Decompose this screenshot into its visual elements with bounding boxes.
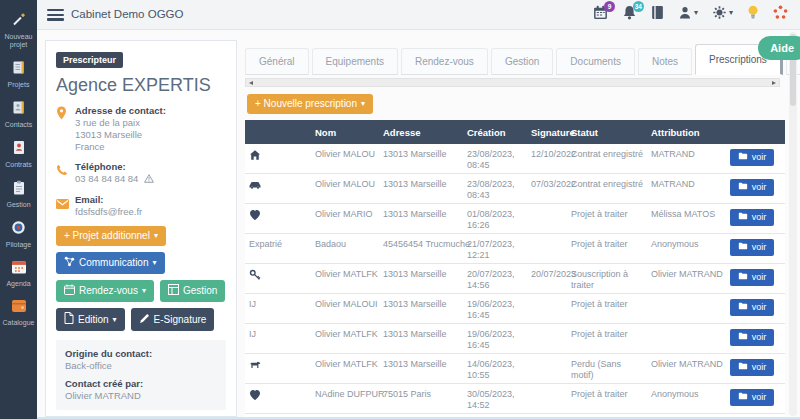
aide-button[interactable]: Aide: [758, 36, 800, 60]
esignature-button[interactable]: E-Signature: [131, 308, 215, 331]
contract-icon: [12, 140, 26, 159]
voir-button[interactable]: voir: [730, 209, 775, 226]
sidebar-item-gestion[interactable]: Gestion: [0, 180, 37, 209]
heart-icon: [249, 393, 261, 403]
tab-general[interactable]: Général: [245, 48, 309, 75]
horizontal-scrollbar[interactable]: [245, 78, 780, 87]
oggo-logo-dots-icon[interactable]: [773, 5, 788, 20]
chevron-down-icon: ▾: [142, 285, 146, 297]
chevron-down-icon: ▾: [154, 230, 158, 242]
calendar-icon: [11, 260, 27, 278]
projet-additionnel-button[interactable]: + Projet additionnel▾: [56, 226, 166, 246]
col-creation: Création: [463, 127, 527, 138]
prescription-type-text: IJ: [245, 324, 311, 340]
warning-icon: [144, 174, 154, 186]
gestion-button[interactable]: Gestion: [160, 280, 225, 302]
calendar-icon: [64, 284, 75, 298]
tab-notes[interactable]: Notes: [638, 48, 692, 75]
sidebar-item-projets[interactable]: Projets: [0, 60, 37, 89]
prescription-name-link[interactable]: NAdine DUFPUR: [311, 384, 379, 400]
created-by-label: Contact créé par:: [65, 378, 217, 390]
col-attribution: Attribution: [647, 127, 717, 138]
left-sidebar: Nouveau projet Projets Contacts Contrats…: [0, 0, 37, 419]
contact-origin-box: Origine du contact: Back-office Contact …: [56, 340, 226, 410]
prescription-name-link[interactable]: Olivier MATLFK: [311, 354, 379, 370]
col-nom: Nom: [311, 127, 379, 138]
sidebar-item-catalogue[interactable]: Catalogue: [0, 299, 37, 327]
folder-icon: [738, 332, 748, 343]
book-icon: [651, 5, 664, 20]
prescription-name-link[interactable]: Olivier MALOU: [311, 174, 379, 190]
user-menu-button[interactable]: ▾: [678, 5, 698, 20]
settings-menu-button[interactable]: ▾: [712, 5, 733, 20]
communication-button[interactable]: Communication▾: [56, 252, 165, 274]
address-book-icon: [11, 100, 26, 119]
nouvelle-prescription-button[interactable]: + Nouvelle prescription▾: [247, 94, 373, 114]
created-by-value: Olivier MATRAND: [65, 390, 217, 402]
voir-button[interactable]: voir: [730, 359, 775, 376]
scroll-left-arrow-icon[interactable]: [249, 81, 253, 85]
tab-documents[interactable]: Documents: [556, 48, 635, 75]
contact-type-badge: Prescripteur: [56, 52, 123, 68]
voir-button[interactable]: voir: [730, 299, 775, 316]
prescription-name-link[interactable]: Badaou: [311, 234, 379, 250]
prescription-type-text: IJ: [245, 294, 311, 310]
voir-button[interactable]: voir: [730, 179, 775, 196]
chevron-down-icon: ▾: [694, 9, 698, 17]
tab-equipements[interactable]: Equipements: [312, 48, 398, 75]
rendez-vous-button[interactable]: Rendez-vous▾: [56, 280, 154, 302]
voir-button[interactable]: voir: [730, 239, 775, 256]
folder-icon: [738, 272, 748, 283]
library-button[interactable]: [651, 5, 664, 20]
table-row: Olivier MATLFK 13013 Marseille 20/07/202…: [245, 264, 785, 294]
email-label: Email:: [75, 194, 142, 206]
email-value[interactable]: fdsfsdfs@free.fr: [75, 206, 142, 218]
location-pin-icon: [56, 105, 69, 153]
sidebar-item-agenda[interactable]: Agenda: [0, 260, 37, 288]
prescription-type-text: Expatrié: [245, 234, 311, 250]
voir-button[interactable]: voir: [730, 389, 775, 406]
detail-tabs: Général Equipements Rendez-vous Gestion …: [245, 48, 778, 75]
dog-icon: [249, 363, 261, 373]
prescription-name-link[interactable]: Olivier MATLFK: [311, 324, 379, 340]
hamburger-menu-icon[interactable]: [47, 9, 64, 21]
prescription-name-link[interactable]: Olivier MARIO: [311, 204, 379, 220]
voir-button[interactable]: voir: [730, 149, 775, 166]
voir-button[interactable]: voir: [730, 269, 775, 286]
tab-gestion[interactable]: Gestion: [491, 48, 553, 75]
prescription-name-link[interactable]: Olivier MALOUI: [311, 294, 379, 310]
folder-icon: [738, 362, 748, 373]
vertical-scrollbar[interactable]: [789, 32, 797, 416]
col-signature: Signature: [527, 127, 567, 138]
notifications-badge: 34: [633, 1, 644, 12]
table-row: Olivier MARIO 13013 Marseille 01/08/2023…: [245, 204, 785, 234]
sidebar-item-contrats[interactable]: Contrats: [0, 140, 37, 169]
folder-icon: [738, 212, 748, 223]
idea-button[interactable]: [747, 5, 759, 20]
origin-value: Back-office: [65, 360, 217, 372]
app-title: Cabinet Demo OGGO: [71, 8, 183, 20]
table-row: IJ Olivier MATLFK 13013 Marseille 19/06/…: [245, 324, 785, 354]
edition-button[interactable]: Edition▾: [56, 308, 125, 331]
scroll-right-arrow-icon[interactable]: [772, 81, 776, 85]
voir-button[interactable]: voir: [730, 329, 775, 346]
phone-value: 03 84 84 84 84: [75, 173, 138, 184]
tab-rendez-vous[interactable]: Rendez-vous: [401, 48, 488, 75]
target-icon: [11, 220, 26, 239]
notifications-bell-button[interactable]: 34: [622, 5, 637, 20]
sidebar-item-nouveau-projet[interactable]: Nouveau projet: [0, 12, 37, 49]
chevron-down-icon: ▾: [729, 9, 733, 17]
sidebar-item-contacts[interactable]: Contacts: [0, 100, 37, 129]
contact-panel: Prescripteur Agence EXPERTIS Adresse de …: [45, 40, 237, 417]
prescription-name-link[interactable]: Olivier MALOU: [311, 144, 379, 160]
chevron-down-icon: ▾: [152, 257, 156, 269]
calendar-notifications-button[interactable]: 9: [593, 5, 608, 20]
folder-icon: [738, 302, 748, 313]
chevron-down-icon: ▾: [113, 314, 117, 326]
sidebar-item-pilotage[interactable]: Pilotage: [0, 220, 37, 249]
envelope-icon: [56, 194, 69, 218]
contact-name: Agence EXPERTIS: [56, 75, 226, 96]
heart-icon: [249, 213, 261, 223]
prescription-name-link[interactable]: Olivier MATLFK: [311, 264, 379, 280]
notebook-icon: [11, 60, 26, 79]
